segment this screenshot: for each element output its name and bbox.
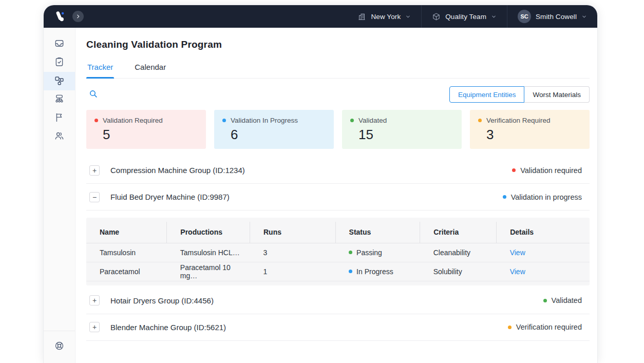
- equipment-row-hotair-dryers-group[interactable]: + Hotair Dryers Group (ID:4456) Validate…: [86, 288, 590, 314]
- sidebar-item-validation-programs[interactable]: [44, 72, 75, 90]
- detail-table-panel: Name Productions Runs Status Criteria De…: [86, 218, 590, 285]
- collapse-icon[interactable]: −: [89, 192, 100, 202]
- status-label: Verification required: [516, 323, 582, 331]
- building-icon: [357, 12, 366, 21]
- equipment-row-fluid-bed-dryer-machine[interactable]: − Fluid Bed Dryer Machine (ID:9987) Vali…: [86, 184, 590, 211]
- cell-name: Tamsulosin: [86, 243, 167, 262]
- sidebar-collapse-button[interactable]: [72, 11, 84, 22]
- card-validation-required: Validation Required 5: [86, 110, 206, 149]
- expand-icon[interactable]: +: [89, 322, 100, 332]
- sidebar-item-hierarchy[interactable]: [44, 90, 75, 109]
- equipment-row-compression-machine-group[interactable]: + Compression Machine Group (ID:1234) Va…: [86, 157, 590, 184]
- card-value: 3: [478, 127, 581, 143]
- card-verification-required: Verification Required 3: [470, 110, 590, 149]
- workflow-icon: [54, 75, 65, 88]
- status-dot-blue: [222, 119, 226, 122]
- cell-status: Passing: [335, 243, 420, 262]
- summary-cards: Validation Required 5 Validation In Prog…: [86, 110, 590, 149]
- location-selector[interactable]: New York: [347, 5, 421, 28]
- status-badge: Verification required: [508, 323, 582, 331]
- equipment-title: Compression Machine Group (ID:1234): [110, 166, 245, 175]
- lifebuoy-icon: [54, 340, 65, 353]
- card-label: Validated: [358, 117, 387, 124]
- view-link[interactable]: View: [510, 268, 525, 276]
- sidebar-item-flags[interactable]: [44, 109, 75, 127]
- app-logo-icon: [53, 9, 67, 24]
- location-label: New York: [371, 13, 401, 21]
- card-value: 6: [222, 127, 326, 143]
- sidebar-item-help[interactable]: [44, 337, 75, 356]
- tab-bar: Tracker Calendar: [86, 63, 590, 79]
- cell-productions: Tamsulosin HCL…: [167, 243, 250, 262]
- search-button[interactable]: [86, 87, 101, 103]
- search-icon: [88, 89, 99, 101]
- view-toggle: Equipment Entities Worst Materials: [449, 86, 590, 103]
- card-value: 5: [94, 127, 198, 143]
- sidebar: [44, 28, 75, 363]
- sidebar-item-inbox[interactable]: [44, 35, 75, 53]
- column-header-name: Name: [86, 222, 167, 243]
- user-menu[interactable]: SC Smith Cowell: [507, 5, 597, 28]
- users-icon: [54, 130, 65, 143]
- status-label: Validated: [552, 296, 582, 304]
- app-window: New York Quality Team: [44, 5, 597, 363]
- flag-icon: [54, 112, 65, 125]
- team-label: Quality Team: [445, 13, 486, 21]
- status-label: Passing: [356, 249, 382, 257]
- column-header-status: Status: [335, 222, 420, 243]
- avatar: SC: [518, 10, 531, 23]
- table-row: Tamsulosin Tamsulosin HCL… 3 Passing: [86, 243, 590, 262]
- chevron-down-icon: [491, 14, 497, 20]
- status-dot-orange: [478, 119, 482, 122]
- column-header-runs: Runs: [250, 222, 335, 243]
- status-badge: Validation in progress: [503, 193, 582, 201]
- user-name-label: Smith Cowell: [536, 13, 577, 21]
- sitemap-icon: [54, 93, 65, 106]
- card-label: Verification Required: [486, 117, 551, 124]
- column-header-productions: Productions: [167, 222, 250, 243]
- status-dot-red: [512, 168, 516, 172]
- detail-table: Name Productions Runs Status Criteria De…: [86, 222, 590, 281]
- cell-productions: Paracetamol 10 mg…: [167, 262, 250, 281]
- equipment-row-blender-machine-group[interactable]: + Blender Machine Group (ID:5621) Verifi…: [86, 314, 590, 341]
- status-dot-blue: [349, 270, 352, 273]
- cell-details: View: [497, 243, 590, 262]
- toggle-worst-materials[interactable]: Worst Materials: [524, 86, 590, 103]
- clipboard-check-icon: [54, 56, 65, 69]
- status-badge: Validated: [543, 296, 582, 304]
- table-header-row: Name Productions Runs Status Criteria De…: [86, 222, 590, 243]
- tab-calendar[interactable]: Calendar: [134, 63, 167, 78]
- tab-tracker[interactable]: Tracker: [86, 63, 114, 78]
- sidebar-item-users[interactable]: [44, 127, 75, 146]
- status-dot-green: [543, 299, 547, 302]
- main-content: Cleaning Validation Program Tracker Cale…: [75, 28, 597, 363]
- toolbar: Equipment Entities Worst Materials: [86, 85, 590, 104]
- desktop-background: New York Quality Team: [0, 0, 644, 363]
- equipment-title: Blender Machine Group (ID:5621): [110, 323, 226, 332]
- status-label: Validation required: [520, 166, 582, 175]
- card-validated: Validated 15: [342, 110, 462, 149]
- status-dot-red: [94, 119, 98, 122]
- chevron-down-icon: [581, 14, 587, 20]
- chevron-down-icon: [405, 14, 411, 20]
- cube-icon: [432, 12, 441, 21]
- toggle-equipment-entities[interactable]: Equipment Entities: [449, 86, 525, 103]
- status-badge: Validation required: [512, 166, 582, 175]
- sidebar-item-tasks[interactable]: [44, 53, 75, 72]
- column-header-criteria: Criteria: [420, 222, 497, 243]
- cell-criteria: Cleanability: [420, 243, 497, 262]
- table-row: Paracetamol Paracetamol 10 mg… 1 In Prog…: [86, 262, 590, 281]
- view-link[interactable]: View: [510, 249, 525, 257]
- team-selector[interactable]: Quality Team: [421, 5, 507, 28]
- cell-criteria: Solubility: [420, 262, 497, 281]
- card-label: Validation Required: [103, 117, 163, 124]
- cell-runs: 1: [250, 262, 335, 281]
- expand-icon[interactable]: +: [89, 165, 100, 176]
- equipment-title: Fluid Bed Dryer Machine (ID:9987): [110, 193, 230, 201]
- inbox-icon: [54, 38, 65, 51]
- status-dot-orange: [508, 326, 512, 329]
- status-dot-green: [349, 251, 352, 254]
- column-header-details: Details: [497, 222, 590, 243]
- expand-icon[interactable]: +: [89, 295, 100, 305]
- status-dot-green: [350, 119, 354, 122]
